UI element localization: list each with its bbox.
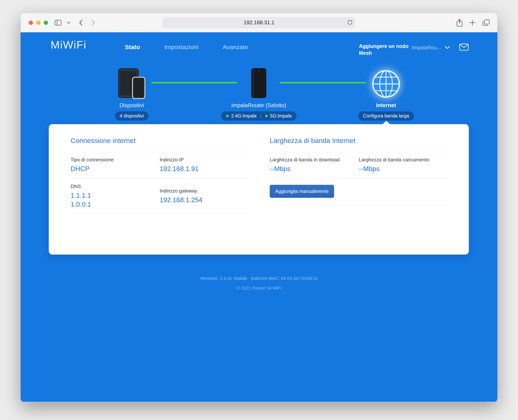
miwifi-logo: MiWiFi xyxy=(51,38,86,51)
configure-broadband-text: Configura banda larga xyxy=(363,113,409,119)
ip-address-value: 192.168.1.91 xyxy=(160,165,248,173)
router-node-selector[interactable]: ImpalaRou... xyxy=(411,45,450,51)
browser-toolbar: 192.168.31.1 xyxy=(21,13,497,32)
address-bar[interactable]: 192.168.31.1 xyxy=(162,17,356,28)
upload-bandwidth-label: Larghezza di banda caricamento xyxy=(359,157,447,163)
card-pointer-arrow xyxy=(382,121,390,124)
mail-icon xyxy=(459,44,469,51)
gateway-value: 192.168.1.254 xyxy=(160,196,248,204)
devices-icon[interactable] xyxy=(117,66,147,99)
chevron-down-icon xyxy=(445,46,450,49)
topology-node-devices: Dispositivi 4 dispositivi xyxy=(75,66,188,120)
nav-item-stato[interactable]: Stato xyxy=(125,44,140,51)
topology-node-internet: Internet Configura banda larga xyxy=(329,66,443,120)
download-bandwidth-label: Larghezza di banda in download xyxy=(270,157,359,163)
footer-copyright: © 2021 Router Mi WiFi xyxy=(21,285,497,291)
miwifi-page: MiWiFi Stato Impostazioni Avanzate Aggiu… xyxy=(21,32,497,402)
mac-address-text: Indirizzo MAC: 64:64:4A:74:D8:31 xyxy=(251,276,318,281)
tab-overview-button[interactable] xyxy=(482,13,490,32)
download-bandwidth-value: --Mbps xyxy=(270,165,359,173)
chevron-left-icon xyxy=(79,20,83,26)
bandwidth-row-1: Larghezza di banda in download --Mbps La… xyxy=(270,152,447,179)
forward-button[interactable] xyxy=(91,13,95,32)
chevron-down-icon xyxy=(67,22,70,24)
nav-item-impostazioni[interactable]: Impostazioni xyxy=(164,44,198,51)
internet-label: Internet xyxy=(376,102,396,109)
fullscreen-window-button[interactable] xyxy=(44,21,48,25)
field-upload-bandwidth: Larghezza di banda caricamento --Mbps xyxy=(359,157,447,173)
back-button[interactable] xyxy=(79,13,83,32)
wifi-5g-text: 5G:Impala xyxy=(270,113,292,119)
devices-count-text: 4 dispositivi xyxy=(120,113,144,119)
firmware-version-text: Versione: 1.4.31 Stabile xyxy=(200,276,247,281)
badge-divider xyxy=(261,113,261,119)
browser-window: 192.168.31.1 MiWiFi xyxy=(21,13,497,402)
wifi-24g-status-dot xyxy=(226,115,229,117)
wifi-5g-status-dot xyxy=(265,115,268,117)
connection-row-1: Tipo di connessione DHCP Indirizzo IP 19… xyxy=(71,152,248,179)
configure-broadband-badge[interactable]: Configura banda larga xyxy=(358,112,414,120)
close-window-button[interactable] xyxy=(29,21,33,25)
reload-icon xyxy=(347,20,353,25)
connection-row-2: DNS 1.1.1.1 1.0.0.1 Indirizzo gateway 19… xyxy=(71,179,248,214)
devices-count-badge[interactable]: 4 dispositivi xyxy=(115,112,149,120)
reload-button[interactable] xyxy=(347,20,353,25)
internet-globe-icon[interactable] xyxy=(371,66,401,99)
ip-address-label: Indirizzo IP xyxy=(160,157,248,163)
router-wifi-badge[interactable]: 2.4G:Impala 5G:Impala xyxy=(221,112,296,120)
dns-value-2: 1.0.0.1 xyxy=(71,200,160,209)
gateway-label: Indirizzo gateway xyxy=(160,188,248,194)
internet-status-card: Connessione internet Tipo di connessione… xyxy=(49,124,469,255)
minimize-window-button[interactable] xyxy=(36,21,40,25)
upload-bandwidth-value: --Mbps xyxy=(359,165,447,173)
share-icon xyxy=(457,19,463,27)
router-node-selector-label: ImpalaRou... xyxy=(411,45,441,51)
connection-title: Connessione internet xyxy=(71,137,248,145)
plus-icon xyxy=(469,20,475,26)
sidebar-toggle-button[interactable] xyxy=(55,13,61,32)
connection-section: Connessione internet Tipo di connessione… xyxy=(71,137,248,214)
router-icon[interactable] xyxy=(249,66,268,99)
url-text: 192.168.31.1 xyxy=(244,19,274,26)
page-footer: Versione: 1.4.31 StabileIndirizzo MAC: 6… xyxy=(21,276,497,291)
sidebar-icon xyxy=(55,20,61,25)
devices-label: Dispositivi xyxy=(119,102,144,109)
field-gateway: Indirizzo gateway 192.168.1.254 xyxy=(160,188,248,204)
field-connection-type: Tipo di connessione DHCP xyxy=(71,157,160,173)
share-button[interactable] xyxy=(457,13,463,32)
sidebar-menu-chevron-button[interactable] xyxy=(67,13,70,32)
field-dns: DNS 1.1.1.1 1.0.0.1 xyxy=(71,184,160,209)
dns-value-1: 1.1.1.1 xyxy=(71,191,160,200)
dns-label: DNS xyxy=(71,184,160,189)
bandwidth-title: Larghezza di banda Internet xyxy=(270,137,447,145)
field-download-bandwidth: Larghezza di banda in download --Mbps xyxy=(270,157,359,173)
connection-type-value: DHCP xyxy=(71,165,160,173)
router-label: ImpalaRouter (Salotto) xyxy=(231,102,286,109)
bandwidth-row-2: Aggiungila manualmente xyxy=(270,179,447,205)
wifi-24g-text: 2.4G:Impala xyxy=(231,113,256,119)
nav-item-avanzate[interactable]: Avanzate xyxy=(223,44,248,51)
topology-node-router: ImpalaRouter (Salotto) 2.4G:Impala 5G:Im… xyxy=(202,66,315,120)
messages-button[interactable] xyxy=(459,44,469,51)
traffic-lights xyxy=(29,13,48,32)
add-mesh-node-button[interactable]: Aggiungere un nodo Mesh xyxy=(359,43,410,57)
bandwidth-section: Larghezza di banda Internet Larghezza di… xyxy=(270,137,447,205)
add-bandwidth-manually-button[interactable]: Aggiungila manualmente xyxy=(270,185,334,198)
field-ip-address: Indirizzo IP 192.168.1.91 xyxy=(160,157,248,173)
chevron-right-icon xyxy=(91,20,95,26)
new-tab-button[interactable] xyxy=(469,13,475,32)
footer-version-line: Versione: 1.4.31 StabileIndirizzo MAC: 6… xyxy=(21,276,497,281)
main-nav: Stato Impostazioni Avanzate xyxy=(125,44,248,51)
tabs-icon xyxy=(482,19,490,26)
connection-type-label: Tipo di connessione xyxy=(71,157,160,163)
